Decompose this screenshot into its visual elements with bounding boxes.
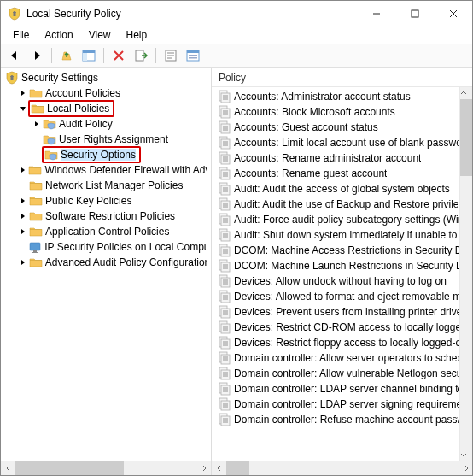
export-button[interactable] — [131, 45, 151, 66]
svg-rect-15 — [189, 57, 197, 59]
forward-button[interactable] — [26, 45, 47, 66]
tree-item[interactable]: Account Policies — [1, 85, 211, 101]
policy-row[interactable]: Audit: Audit the access of global system… — [212, 181, 472, 197]
tree-item[interactable]: Software Restriction Policies — [1, 209, 211, 224]
policy-row[interactable]: Accounts: Block Microsoft accounts — [212, 104, 472, 120]
tree-item-label: Windows Defender Firewall with Adva — [44, 164, 207, 176]
policy-label: Accounts: Guest account status — [234, 121, 378, 133]
policy-row[interactable]: Devices: Allow undock without having to … — [212, 273, 472, 289]
tree-item[interactable]: Local Policies — [1, 101, 211, 116]
policy-icon — [218, 274, 231, 288]
policy-label: Accounts: Block Microsoft accounts — [234, 106, 395, 118]
tree-item[interactable]: Windows Defender Firewall with Adva — [1, 162, 211, 178]
policy-row[interactable]: Audit: Audit the use of Backup and Resto… — [212, 197, 472, 212]
folder-icon — [29, 179, 43, 192]
expand-icon[interactable] — [18, 165, 27, 175]
folder-icon — [31, 102, 44, 115]
menu-file[interactable]: File — [6, 27, 36, 43]
tree-root-label: Security Settings — [21, 72, 98, 84]
toolbar — [1, 44, 472, 68]
tree-item[interactable]: IP Security Policies on Local Compute — [1, 239, 211, 255]
policy-row[interactable]: Devices: Restrict CD-ROM access to local… — [212, 320, 472, 335]
tree-item-label: Audit Policy — [59, 118, 113, 130]
tree-hscrollbar[interactable] — [1, 461, 211, 475]
tree-item-label: Advanced Audit Policy Configuration — [45, 256, 207, 268]
list-hscrollbar[interactable] — [212, 461, 472, 475]
menu-action[interactable]: Action — [38, 27, 79, 43]
menu-help[interactable]: Help — [120, 27, 155, 43]
policy-label: Accounts: Limit local account use of bla… — [234, 137, 462, 149]
svg-rect-8 — [83, 50, 95, 53]
tree-item[interactable]: Audit Policy — [1, 116, 211, 132]
expand-icon[interactable] — [18, 226, 28, 237]
close-button[interactable] — [434, 1, 472, 26]
policy-label: Domain controller: Allow server operator… — [234, 352, 463, 364]
tree-item[interactable]: Network List Manager Policies — [1, 178, 211, 193]
expand-icon[interactable] — [18, 257, 28, 267]
list-vscrollbar[interactable] — [459, 87, 472, 461]
policy-icon — [218, 413, 231, 426]
tree-item-label: Network List Manager Policies — [45, 179, 183, 191]
policy-row[interactable]: Domain controller: LDAP server signing r… — [212, 397, 472, 412]
policy-row[interactable]: Devices: Allowed to format and eject rem… — [212, 289, 472, 304]
policy-label: Accounts: Rename guest account — [234, 167, 387, 179]
policy-icon — [218, 259, 231, 273]
column-header-policy[interactable]: Policy — [212, 68, 472, 87]
policy-row[interactable]: DCOM: Machine Access Restrictions in Sec… — [212, 243, 472, 258]
folder-icon — [29, 194, 43, 208]
tree-item[interactable]: Public Key Policies — [1, 193, 211, 209]
tree-item[interactable]: User Rights Assignment — [1, 132, 211, 147]
policy-label: Domain controller: Refuse machine accoun… — [234, 414, 464, 426]
expand-icon[interactable] — [18, 88, 28, 98]
policy-row[interactable]: Domain controller: LDAP server channel b… — [212, 381, 472, 397]
expand-icon[interactable] — [18, 196, 28, 206]
minimize-button[interactable] — [357, 1, 395, 26]
policy-icon — [218, 367, 231, 380]
policy-icon — [218, 90, 231, 103]
refresh-button[interactable] — [183, 45, 203, 66]
policy-label: Accounts: Rename administrator account — [234, 152, 421, 164]
tree-item-label: Software Restriction Policies — [45, 210, 175, 222]
policy-row[interactable]: Devices: Restrict floppy access to local… — [212, 335, 472, 350]
policy-row[interactable]: Domain controller: Refuse machine accoun… — [212, 412, 472, 427]
expand-icon[interactable] — [18, 211, 28, 221]
tree-item-label: Public Key Policies — [45, 195, 131, 207]
policy-row[interactable]: Domain controller: Allow vulnerable Netl… — [212, 366, 472, 381]
tree-item[interactable]: Application Control Policies — [1, 224, 211, 239]
shield-icon — [5, 71, 19, 85]
show-hide-tree-button[interactable] — [79, 45, 99, 66]
policy-row[interactable]: Devices: Prevent users from installing p… — [212, 304, 472, 320]
policy-icon — [218, 105, 231, 119]
maximize-button[interactable] — [395, 1, 434, 26]
up-button[interactable] — [56, 45, 77, 66]
policy-row[interactable]: Accounts: Limit local account use of bla… — [212, 135, 472, 150]
policy-row[interactable]: Accounts: Rename guest account — [212, 166, 472, 181]
tree-item[interactable]: Advanced Audit Policy Configuration — [1, 255, 211, 270]
policy-icon — [218, 228, 231, 242]
policy-row[interactable]: DCOM: Machine Launch Restrictions in Sec… — [212, 258, 472, 273]
policy-icon — [218, 213, 231, 226]
policy-row[interactable]: Audit: Force audit policy subcategory se… — [212, 212, 472, 227]
back-button[interactable] — [4, 45, 25, 66]
policy-row[interactable]: Audit: Shut down system immediately if u… — [212, 227, 472, 243]
policy-row[interactable]: Accounts: Guest account status — [212, 120, 472, 135]
collapse-icon[interactable] — [18, 103, 28, 114]
policy-icon — [218, 320, 231, 334]
menu-bar: File Action View Help — [1, 26, 472, 44]
folder-icon — [29, 86, 43, 100]
expand-icon[interactable] — [32, 119, 42, 129]
tree-root[interactable]: Security Settings — [1, 70, 211, 85]
delete-button[interactable] — [108, 45, 129, 66]
policy-icon — [218, 151, 231, 165]
policy-row[interactable]: Accounts: Rename administrator account — [212, 150, 472, 166]
properties-button[interactable] — [161, 45, 181, 66]
tree-item-label: Security Options — [61, 149, 136, 161]
policy-icon — [218, 397, 231, 411]
policy-row[interactable]: Accounts: Administrator account status — [212, 89, 472, 104]
policy-row[interactable]: Domain controller: Allow server operator… — [212, 350, 472, 366]
policy-icon — [218, 167, 231, 180]
tree-item-label: Account Policies — [45, 87, 120, 99]
menu-view[interactable]: View — [82, 27, 118, 43]
tree-item[interactable]: Security Options — [1, 147, 211, 162]
highlight-box: Security Options — [42, 146, 141, 163]
